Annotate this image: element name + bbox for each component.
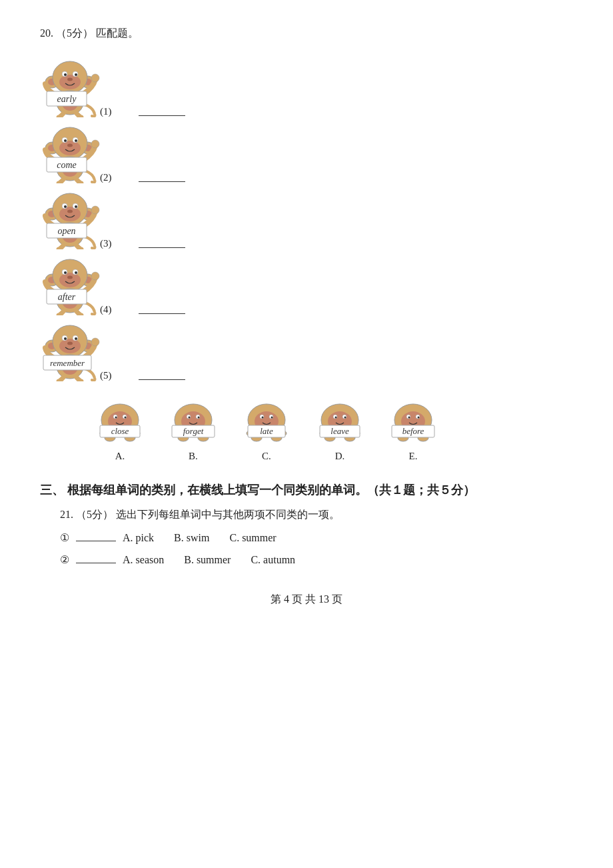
option-e-label: E. [409, 451, 418, 462]
svg-text:leave: leave [330, 426, 349, 436]
monkey-image-1: early [40, 54, 100, 117]
match-item-5: remember (5) [40, 318, 573, 381]
svg-point-37 [59, 207, 81, 221]
option-c: late C. [240, 395, 293, 462]
sub-answer-line-1[interactable] [76, 541, 116, 541]
sub-q2-number: ② [60, 553, 73, 566]
svg-point-53 [59, 273, 81, 287]
answer-line-3[interactable] [139, 247, 185, 248]
q21-number: 21. [60, 509, 73, 520]
q21-instruction: 选出下列每组单词中与其他两项不同类的一项。 [116, 509, 340, 520]
svg-point-29 [91, 140, 99, 148]
answer-line-4[interactable] [139, 313, 185, 314]
sub-answer-line-2[interactable] [76, 563, 116, 563]
option-a-label: A. [115, 451, 125, 462]
svg-text:early: early [57, 94, 77, 104]
svg-point-120 [335, 417, 337, 419]
svg-text:late: late [260, 426, 273, 436]
svg-point-84 [115, 417, 117, 419]
item-number-1: (1) [100, 106, 120, 117]
svg-point-42 [67, 210, 73, 213]
svg-point-133 [418, 417, 420, 419]
footer-text: 第 4 页 共 13 页 [271, 593, 342, 605]
answer-line-5[interactable] [139, 379, 185, 380]
q20-number: 20. [40, 27, 53, 39]
svg-point-5 [59, 75, 81, 89]
sub-q1-option-a: A. pick [123, 532, 154, 544]
monkey-image-4: after [40, 252, 100, 315]
monkey-wrapper-4: after [40, 252, 100, 315]
matching-section: early (1) [40, 54, 573, 462]
svg-point-8 [64, 73, 67, 76]
svg-point-61 [91, 272, 99, 280]
svg-point-97 [198, 417, 200, 419]
sub-q2-option-a: A. season [123, 554, 164, 566]
option-c-label: C. [262, 451, 271, 462]
option-c-image: late [240, 395, 293, 448]
match-item-2: come (2) [40, 120, 573, 183]
question-21: 21. （5分） 选出下列每组单词中与其他两项不同类的一项。 ① A. pick… [60, 508, 573, 566]
option-d-label: D. [335, 451, 345, 462]
svg-point-24 [64, 139, 67, 142]
svg-point-73 [75, 337, 77, 340]
svg-point-56 [64, 271, 67, 274]
svg-text:come: come [57, 160, 77, 170]
item-number-2: (2) [100, 172, 120, 183]
match-item-4: after (4) [40, 252, 573, 315]
monkey-image-2: come [40, 120, 100, 183]
monkey-wrapper-2: come [40, 120, 100, 183]
option-b-image: forget [167, 395, 220, 448]
sub-q2-option-b: B. summer [184, 554, 231, 566]
option-d-image: leave [313, 395, 366, 448]
question-20-header: 20. （5分） 匹配题。 [40, 27, 573, 41]
sub-q1-option-b: B. swim [174, 532, 209, 544]
svg-point-21 [59, 141, 81, 155]
answer-line-2[interactable] [139, 181, 185, 182]
svg-point-57 [75, 271, 77, 274]
svg-point-69 [59, 339, 81, 353]
svg-point-45 [91, 206, 99, 214]
item-number-5: (5) [100, 370, 120, 381]
svg-point-40 [64, 205, 67, 208]
item-number-3: (3) [100, 238, 120, 249]
svg-point-85 [125, 417, 127, 419]
q20-score: （5分） [56, 27, 93, 39]
section-three-header: 三、 根据每组单词的类别，在横线上填写一个同类别的单词。（共１题；共５分） [40, 482, 573, 498]
svg-point-58 [67, 276, 73, 279]
svg-point-96 [189, 417, 191, 419]
svg-point-74 [67, 342, 73, 345]
option-d: leave D. [313, 395, 366, 462]
option-a: close A. [93, 395, 147, 462]
svg-point-109 [271, 417, 273, 419]
sub-q1-number: ① [60, 531, 73, 544]
svg-point-72 [64, 337, 67, 340]
answer-line-1[interactable] [139, 115, 185, 116]
options-row: close A. forget B. [93, 395, 573, 462]
svg-text:before: before [402, 426, 424, 436]
sub-q2-option-c: C. autumn [251, 554, 295, 566]
sub-q1-options: A. pick B. swim C. summer [123, 532, 277, 544]
svg-text:after: after [58, 292, 76, 302]
svg-text:forget: forget [183, 426, 204, 436]
svg-text:open: open [57, 226, 75, 236]
svg-point-132 [408, 417, 410, 419]
match-item-3: open (3) [40, 186, 573, 249]
option-e: before E. [386, 395, 440, 462]
q21-header: 21. （5分） 选出下列每组单词中与其他两项不同类的一项。 [60, 508, 573, 522]
monkey-wrapper-3: open [40, 186, 100, 249]
svg-point-13 [91, 74, 99, 82]
page-footer: 第 4 页 共 13 页 [40, 593, 573, 607]
svg-point-41 [75, 205, 77, 208]
option-b-label: B. [189, 451, 198, 462]
option-b: forget B. [167, 395, 220, 462]
q21-score: （5分） [76, 509, 113, 520]
svg-point-25 [75, 139, 77, 142]
monkey-image-3: open [40, 186, 100, 249]
option-e-image: before [386, 395, 440, 448]
item-number-4: (4) [100, 304, 120, 315]
sub-q2-options: A. season B. summer C. autumn [123, 554, 295, 566]
monkey-image-5: remember [40, 318, 100, 381]
svg-text:close: close [111, 426, 129, 436]
svg-point-77 [91, 338, 99, 346]
sub-q1-option-c: C. summer [229, 532, 276, 544]
